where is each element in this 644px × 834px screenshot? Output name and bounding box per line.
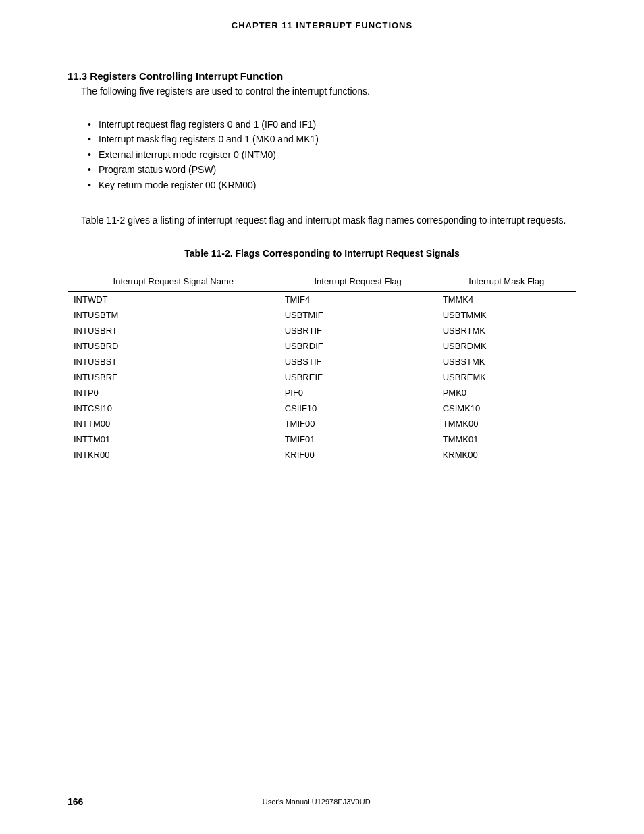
list-item: Key return mode register 00 (KRM00) (88, 178, 576, 192)
list-item: Interrupt request flag registers 0 and 1… (88, 117, 576, 132)
table-cell: TMMK00 (437, 416, 576, 432)
table-cell: INTUSBST (68, 354, 279, 369)
intro-text: The following five registers are used to… (81, 86, 576, 97)
paragraph: Table 11-2 gives a listing of interrupt … (68, 213, 576, 228)
table-header-cell: Interrupt Request Flag (279, 271, 437, 292)
table-header-cell: Interrupt Request Signal Name (68, 271, 279, 292)
table-cell: INTKR00 (68, 447, 279, 463)
table-cell: USBTMMK (437, 307, 576, 323)
table-cell: TMIF01 (279, 432, 437, 447)
table-row: INTUSBTM USBTMIF USBTMMK (68, 307, 576, 323)
table-cell: KRIF00 (279, 447, 437, 463)
table-row: INTP0 PIF0 PMK0 (68, 385, 576, 400)
table-cell: TMIF00 (279, 416, 437, 432)
table-header-row: Interrupt Request Signal Name Interrupt … (68, 271, 576, 292)
table-cell: USBREMK (437, 369, 576, 385)
table-caption: Table 11-2. Flags Corresponding to Inter… (68, 248, 576, 259)
table-cell: USBRDIF (279, 338, 437, 354)
table-row: INTUSBST USBSTIF USBSTMK (68, 354, 576, 369)
list-item: External interrupt mode register 0 (INTM… (88, 147, 576, 162)
table-cell: INTUSBTM (68, 307, 279, 323)
table-cell: USBSTIF (279, 354, 437, 369)
table-cell: KRMK00 (437, 447, 576, 463)
table-row: INTUSBRT USBRTIF USBRTMK (68, 323, 576, 338)
table-cell: INTUSBRD (68, 338, 279, 354)
table-cell: TMIF4 (279, 292, 437, 308)
flag-table: Interrupt Request Signal Name Interrupt … (68, 271, 576, 463)
table-cell: USBREIF (279, 369, 437, 385)
table-cell: USBSTMK (437, 354, 576, 369)
table-cell: INTCSI10 (68, 400, 279, 416)
table-cell: CSIIF10 (279, 400, 437, 416)
table-header-cell: Interrupt Mask Flag (437, 271, 576, 292)
page-container: CHAPTER 11 INTERRUPT FUNCTIONS 11.3 Regi… (0, 0, 644, 490)
section-heading: 11.3 Registers Controlling Interrupt Fun… (68, 70, 576, 82)
footer: 166 User's Manual U12978EJ3V0UD (0, 796, 644, 807)
table-cell: TMMK01 (437, 432, 576, 447)
table-row: INTCSI10 CSIIF10 CSIMK10 (68, 400, 576, 416)
table-cell: INTWDT (68, 292, 279, 308)
table-cell: INTUSBRE (68, 369, 279, 385)
table-body: INTWDT TMIF4 TMMK4 INTUSBTM USBTMIF USBT… (68, 292, 576, 463)
table-cell: PIF0 (279, 385, 437, 400)
table-cell: USBRTMK (437, 323, 576, 338)
table-cell: TMMK4 (437, 292, 576, 308)
list-item: Program status word (PSW) (88, 162, 576, 177)
table-row: INTWDT TMIF4 TMMK4 (68, 292, 576, 308)
table-cell: PMK0 (437, 385, 576, 400)
table-cell: INTUSBRT (68, 323, 279, 338)
table-row: INTTM00 TMIF00 TMMK00 (68, 416, 576, 432)
table-cell: INTTM00 (68, 416, 279, 432)
table-row: INTTM01 TMIF01 TMMK01 (68, 432, 576, 447)
table-cell: INTP0 (68, 385, 279, 400)
table-cell: USBRTIF (279, 323, 437, 338)
chapter-header: CHAPTER 11 INTERRUPT FUNCTIONS (68, 20, 576, 36)
table-cell: USBRDMK (437, 338, 576, 354)
bullet-list: Interrupt request flag registers 0 and 1… (88, 117, 576, 192)
table-cell: INTTM01 (68, 432, 279, 447)
table-row: INTUSBRE USBREIF USBREMK (68, 369, 576, 385)
table-cell: CSIMK10 (437, 400, 576, 416)
footer-text: User's Manual U12978EJ3V0UD (56, 798, 576, 806)
table-cell: USBTMIF (279, 307, 437, 323)
table-row: INTKR00 KRIF00 KRMK00 (68, 447, 576, 463)
list-item: Interrupt mask flag registers 0 and 1 (M… (88, 132, 576, 147)
table-row: INTUSBRD USBRDIF USBRDMK (68, 338, 576, 354)
